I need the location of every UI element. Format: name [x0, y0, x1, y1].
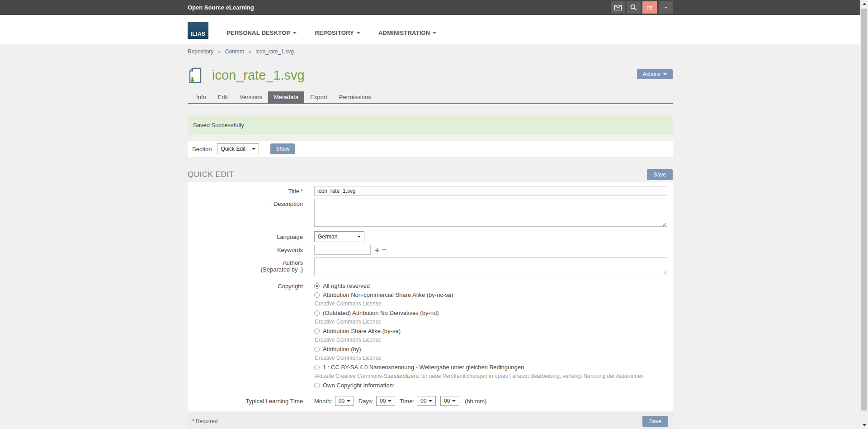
save-button-top[interactable]: Save	[647, 169, 673, 180]
nav-personal-desktop[interactable]: PERSONAL DESKTOP	[226, 29, 297, 36]
radio-icon	[314, 329, 320, 334]
section-select[interactable]: Quick Edit	[217, 143, 259, 154]
main-nav: PERSONAL DESKTOP REPOSITORY ADMINISTRATI…	[219, 29, 447, 36]
breadcrumb-current[interactable]: icon_rate_1.svg	[255, 48, 294, 55]
keywords-input[interactable]	[314, 245, 371, 255]
nav-administration[interactable]: ADMINISTRATION	[378, 29, 437, 36]
copyright-option-by-nc-sa[interactable]: Attribution Non-commercial Share Alike (…	[314, 292, 667, 298]
mail-button[interactable]	[611, 1, 625, 14]
tab-edit[interactable]: Edit	[212, 91, 234, 103]
tab-metadata[interactable]: Metadata	[268, 91, 304, 103]
option-sublabel: Aktuelle Creative Commons-Standardlizenz…	[315, 373, 667, 379]
add-keyword-button[interactable]: +	[375, 246, 379, 254]
actions-button[interactable]: Actions	[637, 69, 673, 79]
show-button[interactable]: Show	[270, 143, 295, 154]
chevron-down-icon	[293, 32, 297, 34]
scrollbar-down-arrow[interactable]	[860, 421, 868, 429]
remove-keyword-button[interactable]: −	[382, 246, 387, 254]
scrollbar	[860, 0, 868, 429]
days-select[interactable]: 00	[376, 396, 395, 406]
hhmm-hint: (hh:mm)	[465, 398, 486, 405]
user-menu-button[interactable]	[659, 1, 673, 14]
section-select-value: Quick Edit	[221, 146, 245, 152]
mail-icon	[614, 5, 622, 10]
hours-select[interactable]: 00	[417, 396, 436, 406]
days-label: Days:	[359, 398, 373, 405]
tab-versions[interactable]: Versions	[234, 91, 268, 103]
month-select[interactable]: 00	[335, 396, 354, 406]
copyright-option-own[interactable]: Own Copyright Information:	[314, 382, 667, 388]
copyright-label: Copyright	[188, 283, 303, 290]
keywords-label: Keywords	[188, 247, 303, 253]
option-label: All rights reserved	[323, 283, 370, 289]
nav-repository[interactable]: REPOSITORY	[315, 29, 360, 36]
option-sublabel: Creative Commons License	[315, 301, 667, 307]
nav-item-label: ADMINISTRATION	[378, 29, 430, 36]
option-label: 1 : CC BY-SA 4.0 Namensnennung - Weiterg…	[323, 364, 524, 370]
language-select-value: German	[318, 234, 337, 240]
chevron-down-icon	[452, 400, 456, 402]
quick-edit-form: Title* Description Language German	[188, 182, 673, 411]
scrollbar-up-arrow[interactable]	[860, 0, 868, 8]
ilias-logo[interactable]: ILIAS	[188, 22, 208, 39]
copyright-option-all-rights[interactable]: All rights reserved	[314, 283, 667, 289]
page-header: icon_rate_1.svg Actions	[188, 67, 673, 84]
nav-item-label: REPOSITORY	[315, 29, 354, 36]
topbar: Open Source eLearning ez	[0, 0, 860, 15]
copyright-option-by-nd[interactable]: (Outdated) Attribution No Derivatives (b…	[314, 310, 667, 316]
search-button[interactable]	[627, 1, 641, 14]
tab-info[interactable]: Info	[190, 91, 212, 103]
copyright-row: Copyright All rights reserved Attributio…	[188, 283, 673, 391]
chevron-down-icon	[429, 400, 432, 402]
file-icon	[188, 67, 204, 84]
radio-icon	[314, 347, 320, 352]
minutes-value: 00	[444, 398, 450, 404]
breadcrumb-content[interactable]: Content	[225, 48, 244, 55]
language-select[interactable]: German	[314, 231, 364, 242]
success-message: Saved Successfully	[188, 115, 673, 135]
triangle-up-icon	[863, 3, 866, 5]
copyright-option-by[interactable]: Attribution (by)	[314, 346, 667, 352]
radio-icon	[314, 365, 320, 370]
breadcrumb: Repository » Content » icon_rate_1.svg	[188, 44, 673, 55]
breadcrumb-separator: »	[218, 48, 221, 55]
tab-permissions[interactable]: Permissions	[333, 91, 377, 103]
hours-value: 00	[420, 398, 426, 404]
save-button-bottom[interactable]: Save	[642, 416, 668, 427]
chevron-down-icon	[388, 400, 392, 402]
radio-icon	[314, 292, 320, 298]
title-label: Title*	[188, 188, 303, 195]
tab-bar: Info Edit Versions Metadata Export Permi…	[188, 91, 673, 104]
app-title: Open Source eLearning	[188, 4, 254, 11]
breadcrumb-repository[interactable]: Repository	[188, 48, 213, 55]
month-value: 00	[339, 398, 344, 404]
tab-export[interactable]: Export	[304, 91, 333, 103]
scrollbar-thumb[interactable]	[861, 9, 867, 410]
month-label: Month:	[314, 398, 332, 405]
minutes-select[interactable]: 00	[440, 396, 459, 406]
page: Open Source eLearning ez	[0, 0, 860, 429]
copyright-option-by-sa[interactable]: Attribution Share Alike (by-sa)	[314, 328, 667, 334]
language-row: Language German	[188, 231, 673, 242]
copyright-options: All rights reserved Attribution Non-comm…	[314, 283, 667, 391]
option-sublabel: Creative Commons License	[315, 319, 667, 325]
user-avatar[interactable]: ez	[642, 1, 657, 14]
quick-edit-header: QUICK EDIT Save	[188, 169, 673, 180]
required-asterisk: *	[192, 418, 194, 424]
keywords-row: Keywords + −	[188, 245, 673, 255]
copyright-option-cc-by-sa-40[interactable]: 1 : CC BY-SA 4.0 Namensnennung - Weiterg…	[314, 364, 667, 370]
authors-textarea[interactable]	[314, 257, 667, 275]
authors-label: Authors (Separated by ,)	[188, 257, 303, 273]
option-sublabel: Creative Commons License	[315, 355, 667, 361]
description-textarea[interactable]	[314, 199, 667, 227]
option-label: Attribution Non-commercial Share Alike (…	[323, 292, 453, 298]
actions-label: Actions	[643, 71, 660, 77]
description-row: Description	[188, 199, 673, 229]
learning-time-label: Typical Learning Time	[188, 398, 303, 405]
title-input[interactable]	[314, 186, 667, 196]
required-note: *Required	[192, 418, 217, 424]
section-label: Section	[192, 146, 212, 153]
days-value: 00	[380, 398, 386, 404]
option-sublabel: Creative Commons License	[315, 337, 667, 343]
chevron-down-icon	[252, 148, 255, 150]
